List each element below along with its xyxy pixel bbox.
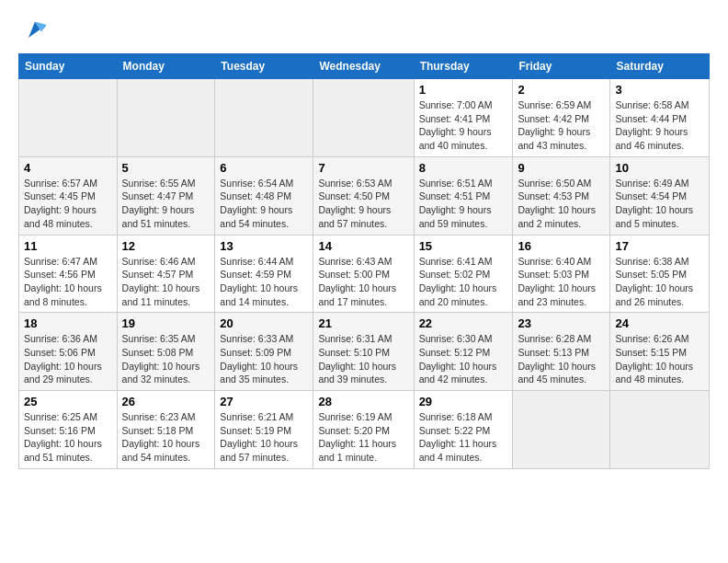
- col-header-friday: Friday: [513, 54, 610, 79]
- day-number: 8: [419, 161, 508, 175]
- day-cell: [215, 79, 313, 157]
- day-cell: 19Sunrise: 6:35 AM Sunset: 5:08 PM Dayli…: [117, 313, 215, 391]
- day-cell: 6Sunrise: 6:54 AM Sunset: 4:48 PM Daylig…: [215, 156, 313, 235]
- day-number: 15: [419, 239, 508, 253]
- day-info: Sunrise: 6:57 AM Sunset: 4:45 PM Dayligh…: [24, 177, 112, 231]
- day-cell: 13Sunrise: 6:44 AM Sunset: 4:59 PM Dayli…: [215, 235, 313, 313]
- day-cell: 17Sunrise: 6:38 AM Sunset: 5:05 PM Dayli…: [610, 235, 710, 313]
- day-info: Sunrise: 6:58 AM Sunset: 4:44 PM Dayligh…: [615, 98, 704, 153]
- day-number: 22: [419, 316, 508, 330]
- day-cell: 26Sunrise: 6:23 AM Sunset: 5:18 PM Dayli…: [117, 391, 215, 469]
- day-info: Sunrise: 6:54 AM Sunset: 4:48 PM Dayligh…: [220, 177, 308, 231]
- week-row-3: 11Sunrise: 6:47 AM Sunset: 4:56 PM Dayli…: [19, 235, 710, 313]
- day-cell: 28Sunrise: 6:19 AM Sunset: 5:20 PM Dayli…: [313, 391, 414, 469]
- day-info: Sunrise: 6:49 AM Sunset: 4:54 PM Dayligh…: [615, 177, 704, 231]
- day-cell: 2Sunrise: 6:59 AM Sunset: 4:42 PM Daylig…: [513, 79, 610, 157]
- day-cell: 8Sunrise: 6:51 AM Sunset: 4:51 PM Daylig…: [414, 156, 513, 235]
- day-number: 9: [518, 161, 605, 175]
- day-cell: 1Sunrise: 7:00 AM Sunset: 4:41 PM Daylig…: [414, 79, 513, 157]
- day-number: 7: [318, 161, 408, 175]
- day-number: 26: [122, 395, 210, 408]
- day-info: Sunrise: 6:25 AM Sunset: 5:16 PM Dayligh…: [24, 410, 112, 465]
- day-cell: 20Sunrise: 6:33 AM Sunset: 5:09 PM Dayli…: [215, 313, 313, 391]
- day-cell: [117, 79, 215, 157]
- day-info: Sunrise: 6:19 AM Sunset: 5:20 PM Dayligh…: [318, 410, 408, 465]
- week-row-5: 25Sunrise: 6:25 AM Sunset: 5:16 PM Dayli…: [19, 391, 710, 469]
- day-number: 6: [220, 161, 308, 175]
- day-cell: 22Sunrise: 6:30 AM Sunset: 5:12 PM Dayli…: [414, 313, 513, 391]
- day-number: 4: [24, 161, 112, 175]
- day-cell: 14Sunrise: 6:43 AM Sunset: 5:00 PM Dayli…: [313, 235, 414, 313]
- day-info: Sunrise: 6:44 AM Sunset: 4:59 PM Dayligh…: [220, 255, 308, 309]
- day-cell: 29Sunrise: 6:18 AM Sunset: 5:22 PM Dayli…: [414, 391, 513, 469]
- day-info: Sunrise: 6:30 AM Sunset: 5:12 PM Dayligh…: [419, 332, 508, 386]
- week-row-1: 1Sunrise: 7:00 AM Sunset: 4:41 PM Daylig…: [19, 79, 710, 157]
- day-cell: 27Sunrise: 6:21 AM Sunset: 5:19 PM Dayli…: [215, 391, 313, 469]
- day-cell: 9Sunrise: 6:50 AM Sunset: 4:53 PM Daylig…: [513, 156, 610, 235]
- week-row-4: 18Sunrise: 6:36 AM Sunset: 5:06 PM Dayli…: [19, 313, 710, 391]
- day-cell: [513, 391, 610, 469]
- day-info: Sunrise: 6:36 AM Sunset: 5:06 PM Dayligh…: [24, 332, 112, 386]
- day-number: 10: [615, 161, 704, 175]
- day-cell: [19, 79, 118, 157]
- col-header-tuesday: Tuesday: [215, 54, 313, 79]
- col-header-monday: Monday: [117, 54, 215, 79]
- day-cell: 21Sunrise: 6:31 AM Sunset: 5:10 PM Dayli…: [313, 313, 414, 391]
- day-cell: 15Sunrise: 6:41 AM Sunset: 5:02 PM Dayli…: [414, 235, 513, 313]
- day-cell: 18Sunrise: 6:36 AM Sunset: 5:06 PM Dayli…: [19, 313, 118, 391]
- day-cell: 12Sunrise: 6:46 AM Sunset: 4:57 PM Dayli…: [117, 235, 215, 313]
- col-header-thursday: Thursday: [414, 54, 513, 79]
- day-number: 19: [122, 316, 210, 330]
- day-info: Sunrise: 6:21 AM Sunset: 5:19 PM Dayligh…: [220, 410, 308, 465]
- day-info: Sunrise: 6:50 AM Sunset: 4:53 PM Dayligh…: [518, 177, 605, 231]
- day-number: 28: [318, 395, 408, 408]
- day-info: Sunrise: 6:59 AM Sunset: 4:42 PM Dayligh…: [518, 98, 605, 153]
- day-cell: 16Sunrise: 6:40 AM Sunset: 5:03 PM Dayli…: [513, 235, 610, 313]
- day-number: 25: [24, 395, 112, 408]
- day-cell: 23Sunrise: 6:28 AM Sunset: 5:13 PM Dayli…: [513, 313, 610, 391]
- day-number: 17: [615, 239, 704, 253]
- page-header: [18, 18, 710, 44]
- day-info: Sunrise: 6:18 AM Sunset: 5:22 PM Dayligh…: [419, 410, 508, 465]
- col-header-saturday: Saturday: [610, 54, 710, 79]
- day-number: 2: [518, 83, 605, 97]
- day-info: Sunrise: 6:43 AM Sunset: 5:00 PM Dayligh…: [318, 255, 408, 309]
- day-info: Sunrise: 6:46 AM Sunset: 4:57 PM Dayligh…: [122, 255, 210, 309]
- day-cell: [313, 79, 414, 157]
- day-number: 3: [615, 83, 704, 97]
- day-cell: 11Sunrise: 6:47 AM Sunset: 4:56 PM Dayli…: [19, 235, 118, 313]
- week-row-2: 4Sunrise: 6:57 AM Sunset: 4:45 PM Daylig…: [19, 156, 710, 235]
- day-number: 27: [220, 395, 308, 408]
- day-info: Sunrise: 6:31 AM Sunset: 5:10 PM Dayligh…: [318, 332, 408, 386]
- logo-icon: [22, 18, 48, 44]
- day-info: Sunrise: 6:33 AM Sunset: 5:09 PM Dayligh…: [220, 332, 308, 386]
- day-number: 1: [419, 83, 508, 97]
- day-cell: 24Sunrise: 6:26 AM Sunset: 5:15 PM Dayli…: [610, 313, 710, 391]
- day-cell: 4Sunrise: 6:57 AM Sunset: 4:45 PM Daylig…: [19, 156, 118, 235]
- day-number: 12: [122, 239, 210, 253]
- day-info: Sunrise: 6:55 AM Sunset: 4:47 PM Dayligh…: [122, 177, 210, 231]
- day-cell: 3Sunrise: 6:58 AM Sunset: 4:44 PM Daylig…: [610, 79, 710, 157]
- day-number: 29: [419, 395, 508, 408]
- day-info: Sunrise: 6:23 AM Sunset: 5:18 PM Dayligh…: [122, 410, 210, 465]
- day-info: Sunrise: 6:47 AM Sunset: 4:56 PM Dayligh…: [24, 255, 112, 309]
- day-cell: 5Sunrise: 6:55 AM Sunset: 4:47 PM Daylig…: [117, 156, 215, 235]
- day-number: 24: [615, 316, 704, 330]
- day-info: Sunrise: 6:51 AM Sunset: 4:51 PM Dayligh…: [419, 177, 508, 231]
- day-info: Sunrise: 6:53 AM Sunset: 4:50 PM Dayligh…: [318, 177, 408, 231]
- day-number: 18: [24, 316, 112, 330]
- day-number: 14: [318, 239, 408, 253]
- col-header-wednesday: Wednesday: [313, 54, 414, 79]
- day-number: 11: [24, 239, 112, 253]
- day-cell: 25Sunrise: 6:25 AM Sunset: 5:16 PM Dayli…: [19, 391, 118, 469]
- day-info: Sunrise: 7:00 AM Sunset: 4:41 PM Dayligh…: [419, 98, 508, 153]
- day-info: Sunrise: 6:26 AM Sunset: 5:15 PM Dayligh…: [615, 332, 704, 386]
- day-info: Sunrise: 6:40 AM Sunset: 5:03 PM Dayligh…: [518, 255, 605, 309]
- day-number: 20: [220, 316, 308, 330]
- day-cell: 7Sunrise: 6:53 AM Sunset: 4:50 PM Daylig…: [313, 156, 414, 235]
- calendar-table: SundayMondayTuesdayWednesdayThursdayFrid…: [18, 53, 710, 469]
- day-number: 16: [518, 239, 605, 253]
- day-number: 13: [220, 239, 308, 253]
- day-number: 23: [518, 316, 605, 330]
- day-info: Sunrise: 6:28 AM Sunset: 5:13 PM Dayligh…: [518, 332, 605, 386]
